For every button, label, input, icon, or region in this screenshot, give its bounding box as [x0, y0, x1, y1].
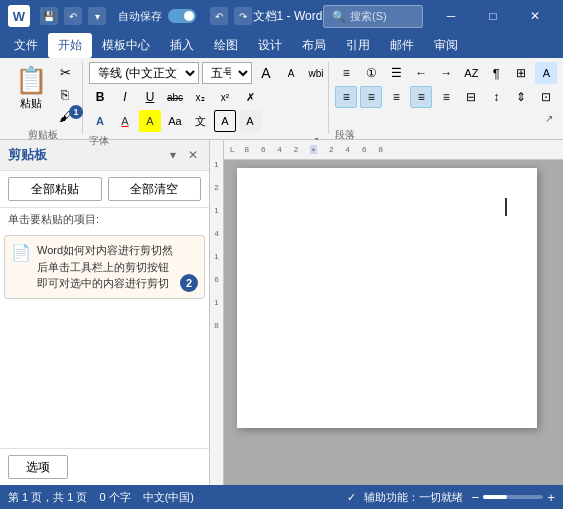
- highlight-color-btn[interactable]: A: [139, 110, 161, 132]
- paste-button[interactable]: 📋 粘贴: [10, 62, 52, 114]
- align-center-btn[interactable]: ≡: [360, 86, 382, 108]
- undo-quick-btn[interactable]: ↶: [64, 7, 82, 25]
- font-size-down-btn[interactable]: A: [280, 62, 302, 84]
- list-multilevel-btn[interactable]: ☰: [385, 62, 407, 84]
- italic-btn[interactable]: I: [114, 86, 136, 108]
- menu-template[interactable]: 模板中心: [92, 33, 160, 58]
- statusbar-right: ✓ 辅助功能：一切就绪 − +: [347, 490, 555, 505]
- clipboard-item-icon: 📄: [11, 243, 31, 262]
- wubi-btn[interactable]: wbi: [305, 62, 327, 84]
- indent-decrease-btn[interactable]: ←: [410, 62, 432, 84]
- zoom-slider[interactable]: [483, 495, 543, 499]
- zoom-out-btn[interactable]: −: [471, 490, 479, 505]
- menu-mail[interactable]: 邮件: [380, 33, 424, 58]
- paste-all-btn[interactable]: 全部粘贴: [8, 177, 102, 201]
- menubar: 文件 开始 模板中心 插入 绘图 设计 布局 引用 邮件 审阅: [0, 32, 563, 58]
- search-box[interactable]: 🔍 搜索(S): [323, 5, 423, 28]
- cut-button[interactable]: ✂: [54, 62, 76, 82]
- search-placeholder: 搜索(S): [350, 9, 387, 24]
- font-name-select[interactable]: 等线 (中文正文): [89, 62, 199, 84]
- undo-btn[interactable]: ↶: [210, 7, 228, 25]
- accessibility-text: 辅助功能：一切就绪: [364, 490, 463, 505]
- panel-arrow-btn[interactable]: ▾: [165, 147, 181, 163]
- menu-review[interactable]: 审阅: [424, 33, 468, 58]
- menu-home[interactable]: 开始: [48, 33, 92, 58]
- clipboard-panel: 剪贴板 ▾ ✕ 全部粘贴 全部清空 单击要粘贴的项目: 📄 Word如何对内容进…: [0, 140, 210, 485]
- sort-btn[interactable]: AZ: [460, 62, 482, 84]
- show-marks-btn[interactable]: ¶: [485, 62, 507, 84]
- minimize-btn[interactable]: ─: [431, 0, 471, 32]
- phonetic-btn[interactable]: 文: [189, 110, 211, 132]
- text-color-btn[interactable]: A: [114, 110, 136, 132]
- clear-all-btn[interactable]: 全部清空: [108, 177, 202, 201]
- close-btn[interactable]: ✕: [515, 0, 555, 32]
- accessibility-icon: ✓: [347, 491, 356, 504]
- redo-btn[interactable]: ↷: [234, 7, 252, 25]
- menu-file[interactable]: 文件: [4, 33, 48, 58]
- customize-quick-btn[interactable]: ▾: [88, 7, 106, 25]
- font-row-2: B I U abc x₂ x² ✗: [89, 86, 327, 108]
- indent-increase-btn[interactable]: →: [435, 62, 457, 84]
- font-row-1: 等线 (中文正文) 五号 A A wbi: [89, 62, 327, 84]
- border-btn[interactable]: ⊞: [510, 62, 532, 84]
- panel-close-btn[interactable]: ✕: [185, 147, 201, 163]
- panel-hint: 单击要粘贴的项目:: [0, 208, 209, 231]
- menu-reference[interactable]: 引用: [336, 33, 380, 58]
- clipboard-expand-area: ↗ 1: [64, 100, 80, 116]
- horizontal-ruler: L 8 6 4 2 ▪ 2 4 6 8: [210, 140, 563, 160]
- ribbon-group-font: 等线 (中文正文) 五号 A A wbi B I U abc x₂ x²: [83, 62, 329, 134]
- para-layout-btn[interactable]: ⊡: [535, 86, 557, 108]
- para-row-2: ≡ ≡ ≡ ≡ ≡ ⊟ ↕ ⇕ ⊡: [335, 86, 557, 108]
- text-effect-btn[interactable]: A: [89, 110, 111, 132]
- options-button[interactable]: 选项: [8, 455, 68, 479]
- paragraph-group-content: ≡ ① ☰ ← → AZ ¶ ⊞ A ≡ ≡ ≡ ≡ ≡ ⊟ ↕: [335, 62, 557, 126]
- badge-2: 2: [180, 274, 198, 292]
- clipboard-item[interactable]: 📄 Word如何对内容进行剪切然后单击工具栏上的剪切按钮即可对选中的内容进行剪切…: [4, 235, 205, 299]
- para-expand-btn[interactable]: ↗: [541, 110, 557, 126]
- align-left-btn[interactable]: ≡: [335, 86, 357, 108]
- clipboard-group-content: 📋 粘贴 ✂ ⎘ 🖌: [10, 62, 76, 126]
- menu-design[interactable]: 设计: [248, 33, 292, 58]
- maximize-btn[interactable]: □: [473, 0, 513, 32]
- panel-actions: 全部粘贴 全部清空: [0, 171, 209, 208]
- shading-btn[interactable]: A: [535, 62, 557, 84]
- char-shadow-btn[interactable]: A: [239, 110, 261, 132]
- autosave-label: 自动保存: [118, 9, 162, 24]
- para-spacing-btn[interactable]: ⇕: [510, 86, 532, 108]
- line-spacing-btn[interactable]: ↕: [485, 86, 507, 108]
- page-info: 第 1 页，共 1 页: [8, 490, 87, 505]
- align-justify-btn[interactable]: ≡: [410, 86, 432, 108]
- char-border-btn[interactable]: A: [214, 110, 236, 132]
- panel-controls: ▾ ✕: [165, 147, 201, 163]
- clipboard-item-text: Word如何对内容进行剪切然后单击工具栏上的剪切按钮即可对选中的内容进行剪切: [37, 242, 174, 292]
- para-row-1: ≡ ① ☰ ← → AZ ¶ ⊞ A: [335, 62, 557, 84]
- subscript-btn[interactable]: x₂: [189, 86, 211, 108]
- menu-layout[interactable]: 布局: [292, 33, 336, 58]
- panel-footer: 选项: [0, 448, 209, 485]
- align-right-btn[interactable]: ≡: [385, 86, 407, 108]
- autosave-toggle[interactable]: [168, 9, 196, 23]
- column-btn[interactable]: ⊟: [460, 86, 482, 108]
- document-page[interactable]: [237, 168, 537, 428]
- font-size-select[interactable]: 五号: [202, 62, 252, 84]
- ruler-ticks: L 8 6 4 2 ▪ 2 4 6 8: [224, 140, 383, 159]
- menu-draw[interactable]: 绘图: [204, 33, 248, 58]
- search-icon: 🔍: [332, 10, 346, 23]
- superscript-btn[interactable]: x²: [214, 86, 236, 108]
- clipboard-expand-btn[interactable]: ↗ 1: [64, 100, 80, 116]
- clear-format-btn[interactable]: ✗: [239, 86, 261, 108]
- zoom-in-btn[interactable]: +: [547, 490, 555, 505]
- text-cursor: [505, 198, 507, 216]
- list-ordered-btn[interactable]: ①: [360, 62, 382, 84]
- font-size-aa-btn[interactable]: Aa: [164, 110, 186, 132]
- strikethrough-btn[interactable]: abc: [164, 86, 186, 108]
- font-size-up-btn[interactable]: A: [255, 62, 277, 84]
- clipboard-items: 📄 Word如何对内容进行剪切然后单击工具栏上的剪切按钮即可对选中的内容进行剪切…: [0, 231, 209, 448]
- menu-insert[interactable]: 插入: [160, 33, 204, 58]
- underline-btn[interactable]: U: [139, 86, 161, 108]
- save-quick-btn[interactable]: 💾: [40, 7, 58, 25]
- font-group-content: 等线 (中文正文) 五号 A A wbi B I U abc x₂ x²: [89, 62, 327, 132]
- list-unordered-btn[interactable]: ≡: [335, 62, 357, 84]
- bold-btn[interactable]: B: [89, 86, 111, 108]
- distribute-btn[interactable]: ≡: [435, 86, 457, 108]
